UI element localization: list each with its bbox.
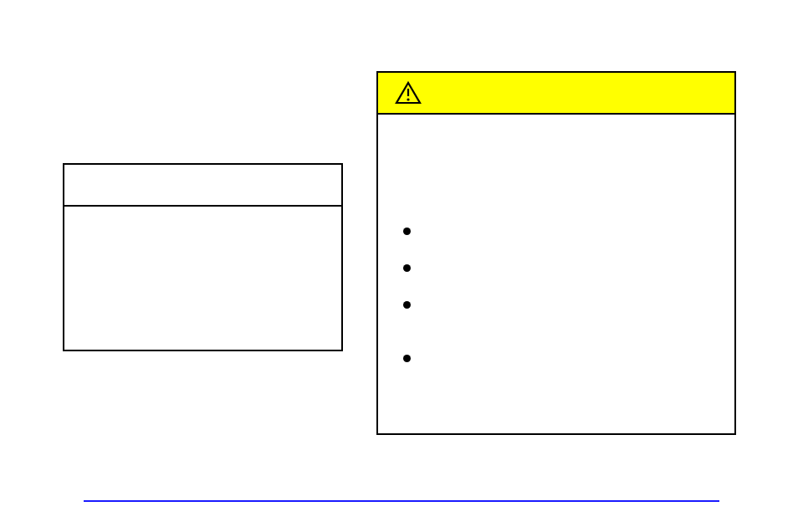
list-item-bullet [403,264,411,272]
svg-point-2 [407,98,409,100]
left-info-box [63,163,343,351]
warning-triangle-icon [395,81,422,105]
caution-bullet-list [403,228,411,391]
list-item-bullet [403,228,411,235]
document-page [0,0,798,532]
list-item-bullet [403,355,411,362]
caution-box [376,71,736,435]
list-item-bullet [403,301,411,309]
caution-header [378,73,734,115]
left-box-header [64,165,341,207]
footer-divider [84,500,719,502]
